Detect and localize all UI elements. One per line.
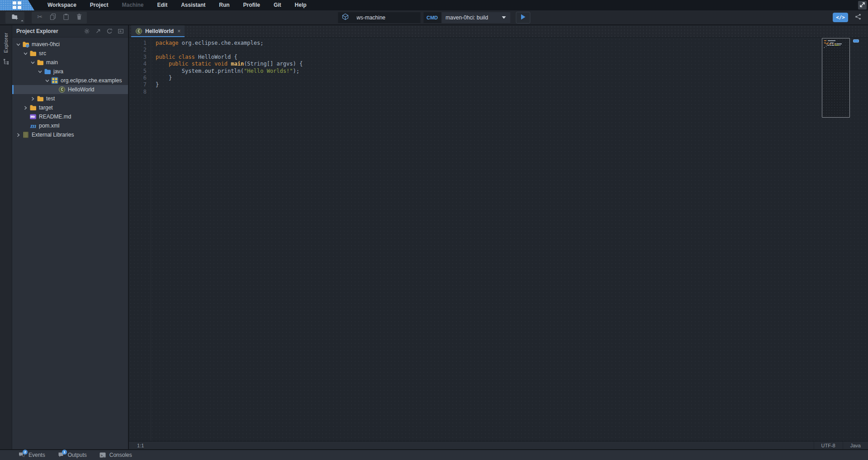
encoding-indicator: UTF-8 (814, 441, 843, 449)
count-badge: 2 (23, 450, 28, 455)
line-number: 4 (129, 61, 147, 67)
collapsed-chevron-icon[interactable] (23, 106, 28, 110)
delete-button[interactable] (72, 12, 85, 24)
copy-button[interactable] (46, 12, 59, 24)
run-command-button[interactable] (516, 12, 530, 24)
libraries-icon (22, 131, 29, 138)
cursor-position: 1:1 (137, 443, 144, 448)
markdown-icon: M (29, 113, 37, 120)
run-command-selected-value: maven-0hci: build (446, 14, 488, 21)
code-content[interactable]: package org.eclipse.che.examples; public… (151, 38, 868, 441)
panel-tab-label: Consoles (109, 452, 132, 458)
collapse-panel-icon[interactable] (118, 28, 124, 34)
new-project-button[interactable] (5, 12, 24, 24)
settings-gear-icon[interactable] (84, 28, 90, 34)
fullscreen-toggle-button[interactable] (858, 1, 867, 9)
collapsed-chevron-icon[interactable] (15, 133, 21, 137)
line-number: 3 (129, 54, 147, 61)
folder-icon (29, 50, 37, 57)
editor-tab-helloworld[interactable]: CHelloWorld× (131, 25, 185, 37)
machine-name-input[interactable] (352, 12, 420, 23)
che-logo[interactable] (0, 0, 34, 10)
cmd-label: CMD (423, 12, 441, 23)
paste-button[interactable] (59, 12, 72, 24)
menu-project[interactable]: Project (83, 0, 115, 10)
folder-icon (37, 59, 44, 66)
expanded-chevron-icon[interactable] (37, 70, 43, 74)
tree-item-readme-md[interactable]: MREADME.md (12, 112, 128, 121)
line-number-gutter: 12345678 (129, 38, 151, 441)
tree-item-target[interactable]: target (12, 103, 128, 112)
refresh-icon[interactable] (106, 28, 113, 34)
expanded-chevron-icon[interactable] (23, 52, 28, 56)
collapsed-chevron-icon[interactable] (30, 97, 36, 101)
editor-mode-button[interactable]: </> (833, 13, 848, 22)
tree-item-org-eclipse-che-examples[interactable]: org.eclipse.che.examples (12, 76, 128, 85)
go-into-arrow-icon[interactable] (95, 28, 101, 34)
menu-help[interactable]: Help (288, 0, 313, 10)
tree-item-src[interactable]: src (12, 49, 128, 58)
code-line (156, 47, 868, 53)
expanded-chevron-icon[interactable] (44, 79, 50, 83)
count-badge: 1 (62, 450, 67, 455)
bottom-panel-bar: 2Events1Outputs>_Consoles (0, 449, 868, 460)
new-project-folder-icon (11, 13, 19, 22)
tree-item-label: HelloWorld (68, 86, 94, 93)
code-line: } (156, 75, 868, 81)
menu-machine: Machine (115, 0, 151, 10)
tree-item-test[interactable]: test (12, 94, 128, 103)
code-line (156, 89, 868, 95)
code-line: package org.eclipse.che.examples; (156, 40, 868, 47)
line-number: 6 (129, 75, 147, 81)
panel-tab-consoles[interactable]: >_Consoles (99, 451, 132, 459)
code-line: public class HelloWorld { (156, 54, 868, 61)
close-tab-icon[interactable]: × (177, 28, 180, 34)
code-editor[interactable]: 12345678 package org.eclipse.che.example… (129, 38, 868, 441)
panel-tab-events[interactable]: 2Events (18, 451, 45, 459)
code-line: System.out.println("Hello Worlds!"); (156, 68, 868, 75)
expanded-chevron-icon[interactable] (15, 43, 21, 47)
code-line: public static void main(String[] argvs) … (156, 61, 868, 67)
menu-workspace[interactable]: Workspace (41, 0, 83, 10)
che-ide-window: WorkspaceProjectMachineEditAssistantRunP… (0, 0, 868, 460)
explorer-strip-label: Explorer (3, 33, 9, 53)
events-icon: 2 (18, 451, 25, 459)
main-area: Explorer Project Explorer maven-0hcisrcm… (0, 25, 868, 449)
menu-git[interactable]: Git (267, 0, 288, 10)
che-logo-grid-icon (13, 1, 21, 9)
javaclass-icon: C (58, 86, 66, 93)
explorer-strip-tab[interactable]: Explorer (3, 33, 9, 67)
project-tree: maven-0hcisrcmainjavaorg.eclipse.che.exa… (12, 38, 128, 449)
tree-item-java[interactable]: java (12, 67, 128, 76)
folder-icon (37, 95, 44, 102)
run-command-select[interactable]: maven-0hci: build (441, 12, 510, 23)
expanded-chevron-icon[interactable] (30, 61, 36, 65)
minimap[interactable] (822, 38, 850, 118)
share-button[interactable] (854, 13, 862, 22)
machine-cube-icon (342, 13, 349, 22)
tree-item-main[interactable]: main (12, 58, 128, 67)
expand-arrows-icon (859, 1, 866, 9)
menu-run[interactable]: Run (212, 0, 236, 10)
line-number: 7 (129, 81, 147, 88)
tree-item-label: maven-0hci (32, 41, 60, 47)
tree-item-external-libraries[interactable]: External Libraries (12, 130, 128, 139)
cut-button[interactable]: ✂ (33, 12, 46, 24)
outputs-icon: 1 (57, 451, 65, 459)
project-explorer-panel: Project Explorer maven-0hcisrcmainjavaor… (12, 25, 129, 449)
menu-edit[interactable]: Edit (151, 0, 175, 10)
tree-item-maven-0hci[interactable]: maven-0hci (12, 40, 128, 49)
chevron-down-icon (501, 14, 506, 21)
menu-assistant[interactable]: Assistant (174, 0, 212, 10)
menu-profile[interactable]: Profile (237, 0, 267, 10)
javaclass-icon: C (135, 28, 142, 35)
machine-selector-button[interactable] (338, 12, 352, 23)
panel-tab-outputs[interactable]: 1Outputs (57, 451, 87, 459)
line-number: 2 (129, 47, 147, 53)
editor-tab-label: HelloWorld (145, 28, 174, 34)
toolbar-right-group: </> (833, 13, 862, 22)
tree-item-pom-xml[interactable]: mpom.xml (12, 121, 128, 130)
tree-item-label: External Libraries (32, 132, 74, 138)
tree-item-helloworld[interactable]: CHelloWorld (12, 85, 128, 94)
clipboard-icon (62, 13, 70, 22)
